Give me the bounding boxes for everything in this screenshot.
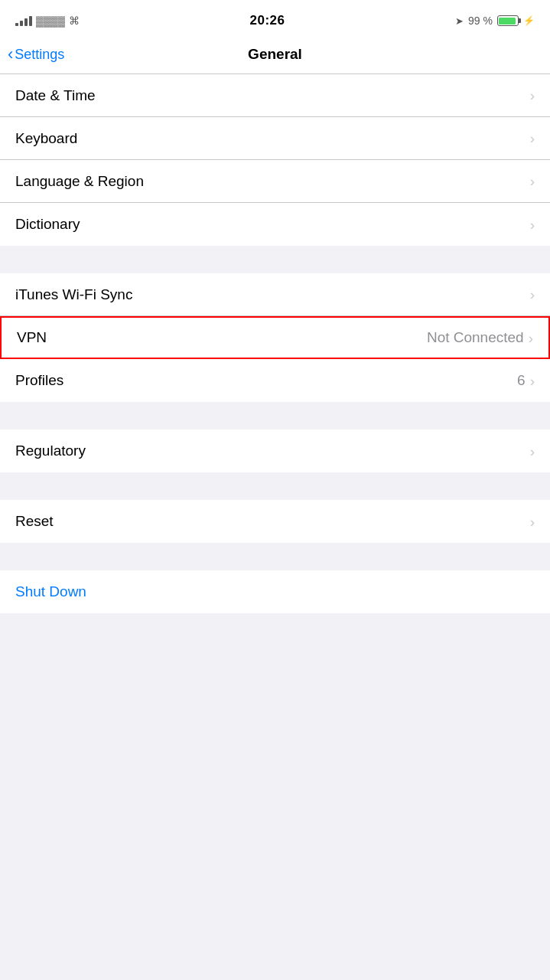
language-region-right: ›: [530, 174, 535, 188]
back-label: Settings: [15, 47, 64, 63]
vpn-right: Not Connected ›: [427, 329, 533, 346]
reset-right: ›: [530, 514, 535, 529]
shut-down-label: Shut Down: [15, 583, 86, 600]
keyboard-right: ›: [530, 131, 535, 145]
battery-bolt-icon: ⚡: [523, 15, 535, 26]
vpn-status: Not Connected: [427, 329, 524, 346]
dictionary-label: Dictionary: [15, 216, 80, 233]
section-gap-3: [0, 472, 550, 500]
status-right: ➤ 99 % ⚡: [455, 15, 535, 27]
profiles-right: 6 ›: [517, 372, 535, 389]
date-time-right: ›: [530, 88, 535, 103]
section-gap-4: [0, 543, 550, 570]
battery-fill: [499, 18, 516, 24]
section-gap-1: [0, 246, 550, 273]
shut-down-item[interactable]: Shut Down: [0, 570, 550, 613]
chevron-right-icon: ›: [530, 217, 535, 232]
itunes-wifi-sync-item[interactable]: iTunes Wi-Fi Sync ›: [0, 273, 550, 316]
signal-bar-3: [24, 18, 28, 26]
status-left: ▓▓▓▓ ⌘: [15, 15, 80, 27]
battery-tip: [519, 18, 521, 23]
battery-body: [497, 15, 519, 26]
settings-group-2: iTunes Wi-Fi Sync › VPN Not Connected › …: [0, 273, 550, 402]
keyboard-item[interactable]: Keyboard ›: [0, 117, 550, 160]
battery-percent: 99 %: [468, 15, 493, 27]
chevron-right-icon: ›: [530, 174, 535, 188]
profiles-badge: 6: [517, 372, 526, 389]
regulatory-right: ›: [530, 444, 535, 459]
status-bar: ▓▓▓▓ ⌘ 20:26 ➤ 99 % ⚡: [0, 0, 550, 38]
back-chevron-icon: ‹: [8, 46, 13, 63]
status-time: 20:26: [250, 13, 285, 28]
back-button[interactable]: ‹ Settings: [8, 46, 64, 63]
profiles-item[interactable]: Profiles 6 ›: [0, 359, 550, 402]
section-gap-2: [0, 402, 550, 430]
language-region-item[interactable]: Language & Region ›: [0, 160, 550, 203]
carrier-label: ▓▓▓▓: [36, 15, 65, 27]
regulatory-label: Regulatory: [15, 443, 86, 459]
signal-bars-icon: [15, 15, 32, 26]
battery-container: ⚡: [497, 15, 535, 26]
vpn-label: VPN: [17, 329, 47, 346]
date-time-label: Date & Time: [15, 87, 96, 104]
chevron-right-icon: ›: [529, 331, 533, 345]
signal-bar-1: [15, 23, 18, 26]
reset-label: Reset: [15, 513, 54, 530]
language-region-label: Language & Region: [15, 173, 144, 190]
location-icon: ➤: [455, 15, 464, 27]
chevron-right-icon: ›: [530, 287, 535, 302]
dictionary-right: ›: [530, 217, 535, 232]
settings-group-3: Regulatory ›: [0, 430, 550, 472]
battery-icon: [497, 15, 521, 26]
regulatory-item[interactable]: Regulatory ›: [0, 430, 550, 472]
settings-group-1: Date & Time › Keyboard › Language & Regi…: [0, 74, 550, 246]
keyboard-label: Keyboard: [15, 130, 77, 147]
nav-bar: ‹ Settings General: [0, 38, 550, 74]
settings-group-5: Shut Down: [0, 570, 550, 613]
reset-item[interactable]: Reset ›: [0, 500, 550, 543]
profiles-label: Profiles: [15, 372, 63, 389]
chevron-right-icon: ›: [530, 88, 535, 103]
vpn-item[interactable]: VPN Not Connected ›: [0, 316, 550, 359]
date-time-item[interactable]: Date & Time ›: [0, 74, 550, 117]
chevron-right-icon: ›: [530, 131, 535, 145]
signal-bar-4: [29, 16, 32, 26]
page-title: General: [248, 46, 302, 63]
wifi-icon: ⌘: [69, 15, 80, 27]
chevron-right-icon: ›: [530, 374, 535, 388]
chevron-right-icon: ›: [530, 514, 535, 529]
itunes-wifi-sync-right: ›: [530, 287, 535, 302]
chevron-right-icon: ›: [530, 444, 535, 459]
dictionary-item[interactable]: Dictionary ›: [0, 203, 550, 246]
signal-bar-2: [20, 21, 23, 26]
itunes-wifi-sync-label: iTunes Wi-Fi Sync: [15, 286, 132, 303]
settings-group-4: Reset ›: [0, 500, 550, 543]
section-gap-5: [0, 613, 550, 641]
